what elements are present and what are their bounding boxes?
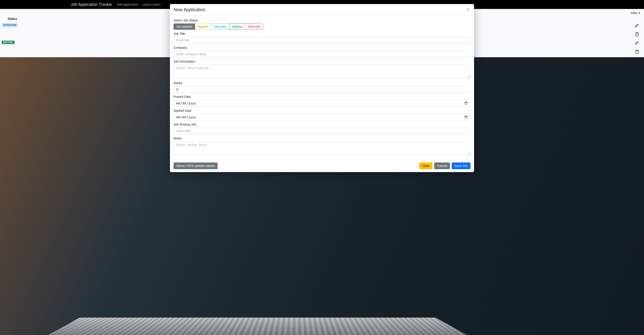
- new-application-modal: New Application Select Job Status Not ap…: [170, 4, 474, 172]
- close-button[interactable]: [465, 7, 470, 12]
- description-label: Job Description: [174, 60, 470, 63]
- posted-date-input[interactable]: [174, 100, 470, 107]
- status-option-rejected[interactable]: Rejected: [245, 23, 263, 30]
- description-input[interactable]: [174, 65, 470, 78]
- salary-label: Salary: [174, 81, 470, 85]
- modal-header: New Application: [170, 4, 474, 15]
- clear-button[interactable]: Clear: [419, 162, 432, 169]
- job-title-label: Job Title: [174, 32, 470, 35]
- salary-input[interactable]: [174, 86, 470, 93]
- job-title-input[interactable]: [174, 37, 470, 43]
- applied-date-label: Applied Date: [174, 109, 470, 112]
- company-input[interactable]: [174, 51, 470, 57]
- cancel-button[interactable]: Cancel: [434, 162, 450, 169]
- close-icon: [466, 7, 470, 11]
- status-group: Select Job Status Not applied Applied In…: [174, 18, 470, 30]
- status-option-not-applied[interactable]: Not applied: [174, 23, 195, 30]
- modal-backdrop: New Application Select Job Status Not ap…: [0, 0, 644, 335]
- status-label: Select Job Status: [174, 18, 470, 22]
- status-toggle-group: Not applied Applied Interview Waiting Re…: [174, 23, 263, 30]
- demo-fill-button[interactable]: Demo: Fill in sample values: [174, 162, 218, 169]
- company-label: Company: [174, 46, 470, 49]
- posted-date-label: Posted Date: [174, 95, 470, 99]
- modal-body: Select Job Status Not applied Applied In…: [170, 15, 474, 159]
- notes-label: Notes: [174, 137, 470, 140]
- status-option-applied[interactable]: Applied: [195, 23, 211, 30]
- applied-date-input[interactable]: [174, 114, 470, 120]
- modal-footer: Demo: Fill in sample values Clear Cancel…: [170, 159, 474, 172]
- status-option-waiting[interactable]: Waiting: [229, 23, 245, 30]
- status-option-interview[interactable]: Interview: [211, 23, 230, 30]
- url-input[interactable]: [174, 128, 470, 134]
- save-button[interactable]: Save Job: [452, 162, 470, 169]
- notes-input[interactable]: [174, 141, 470, 155]
- modal-title: New Application: [174, 7, 205, 12]
- url-label: Job Posting URL: [174, 123, 470, 126]
